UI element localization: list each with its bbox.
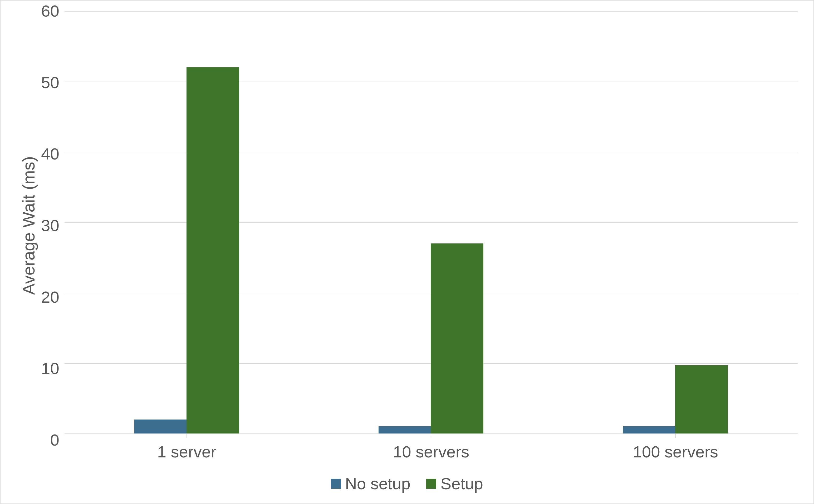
- bar-setup: [675, 365, 728, 433]
- chart-main: Average Wait (ms) 60 50 40 30 20 10 0: [16, 11, 798, 461]
- bar-group: [309, 11, 553, 433]
- bar-group: [64, 11, 309, 433]
- y-axis-ticks: 60 50 40 30 20 10 0: [41, 11, 64, 440]
- legend-label: Setup: [440, 474, 483, 493]
- bar-setup: [186, 67, 239, 433]
- y-axis-label: Average Wait (ms): [16, 11, 41, 440]
- x-label: 10 servers: [309, 442, 553, 461]
- x-labels-row: 1 server 10 servers 100 servers: [64, 442, 798, 461]
- bar-no-setup: [623, 426, 676, 433]
- chart-inner: Average Wait (ms) 60 50 40 30 20 10 0: [16, 11, 798, 493]
- x-label: 100 servers: [553, 442, 798, 461]
- chart-container: Average Wait (ms) 60 50 40 30 20 10 0: [0, 0, 814, 504]
- plot-area: 1 server 10 servers 100 servers: [64, 11, 798, 461]
- legend: No setup Setup: [16, 474, 798, 493]
- grid-and-bars: [64, 11, 798, 434]
- legend-swatch-icon: [426, 479, 436, 489]
- bars-layer: [64, 11, 798, 433]
- legend-item-setup: Setup: [426, 474, 483, 493]
- legend-swatch-icon: [331, 479, 341, 489]
- x-label: 1 server: [64, 442, 309, 461]
- bar-no-setup: [134, 420, 187, 434]
- bar-setup: [431, 243, 483, 433]
- legend-label: No setup: [345, 474, 410, 493]
- bar-no-setup: [379, 426, 431, 433]
- bar-group: [553, 11, 798, 433]
- legend-item-no-setup: No setup: [331, 474, 410, 493]
